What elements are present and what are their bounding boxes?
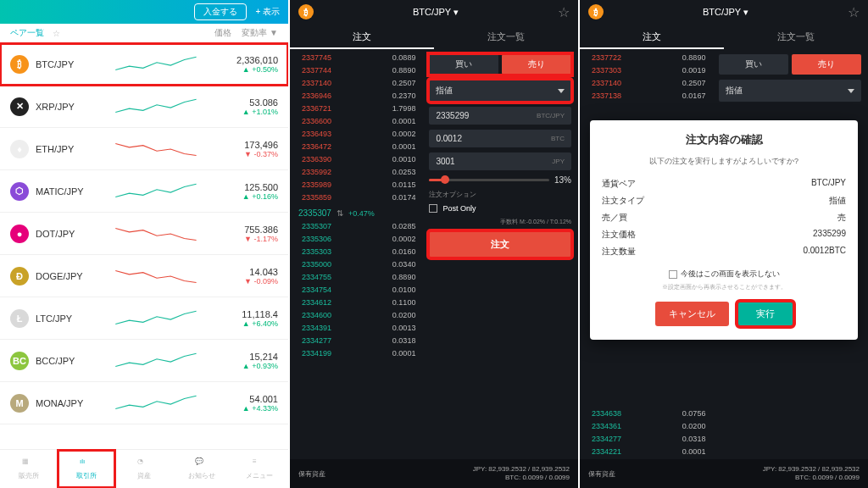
pair-symbol: LTC/JPY <box>36 313 95 324</box>
col-price: 価格 <box>214 27 231 39</box>
orderbook-row[interactable]: 23342770.0318 <box>290 336 422 348</box>
orderbook-row[interactable]: 23353070.0285 <box>290 221 422 234</box>
orderbook-row[interactable]: 23347550.8890 <box>290 272 422 285</box>
submit-order-button[interactable]: 注文 <box>429 231 571 258</box>
tab-order-list[interactable]: 注文一覧 <box>434 24 578 49</box>
pair-change: ▲ +0.50% <box>219 65 278 74</box>
orderbook-row[interactable]: 23371400.2507 <box>580 78 712 91</box>
pair-change: ▼ -0.37% <box>219 150 278 158</box>
orderbook-row[interactable]: 23369460.2370 <box>290 91 422 103</box>
orderbook-row[interactable]: 23377450.0889 <box>290 53 422 65</box>
orderbook-row[interactable]: 23353030.0160 <box>290 247 422 259</box>
tab-order-list[interactable]: 注文一覧 <box>724 24 868 49</box>
orderbook-row[interactable]: 23350000.0340 <box>290 259 422 272</box>
favorite-icon[interactable]: ☆ <box>848 4 860 20</box>
orderbook-row[interactable]: 23377440.8890 <box>290 65 422 78</box>
sparkline <box>95 138 219 160</box>
orderbook-row[interactable]: 23342210.0001 <box>580 446 712 459</box>
pair-selector[interactable]: BTC/JPY ▾ <box>703 7 748 18</box>
nav-item[interactable]: ◔資産 <box>115 450 173 488</box>
price-input[interactable]: 2335299BTC/JPY <box>429 107 571 125</box>
orderbook-row[interactable]: 23373030.0019 <box>580 65 712 78</box>
modal-row: 売／買売 <box>602 209 846 226</box>
amount-slider[interactable] <box>429 179 549 181</box>
orderbook-row[interactable]: 23341990.0001 <box>290 348 422 361</box>
orderbook-row[interactable]: 23347540.0100 <box>290 285 422 297</box>
orderbook-row[interactable]: 23371400.2507 <box>290 78 422 91</box>
buy-tab[interactable]: 買い <box>719 54 788 75</box>
pair-change: ▲ +0.16% <box>219 192 278 201</box>
modal-title: 注文内容の確認 <box>602 132 846 147</box>
order-type-select[interactable]: 指値 <box>719 80 861 102</box>
orderbook-row[interactable]: 23346000.0200 <box>290 310 422 323</box>
buy-sell-tabs: 買い 売り <box>429 54 571 75</box>
orderbook-row[interactable]: 23353060.0002 <box>290 234 422 247</box>
orderbook-row[interactable]: 23346120.1100 <box>290 297 422 310</box>
ltc-icon: Ł <box>10 309 29 328</box>
pair-symbol: BCC/JPY <box>36 356 95 366</box>
pair-price: 14.043 <box>219 267 278 277</box>
col-change[interactable]: 変動率 ▼ <box>242 27 278 39</box>
pair-selector[interactable]: BTC/JPY ▾ <box>413 7 459 18</box>
orderbook-row[interactable]: 23377220.8890 <box>580 53 712 65</box>
favorite-icon[interactable]: ☆ <box>558 4 570 20</box>
orderbook-row[interactable]: 23364720.0001 <box>290 141 422 154</box>
nav-item[interactable]: ılı取引所 <box>58 450 115 488</box>
footer-jpy: JPY: 82,939.2532 / 82,939.2532 <box>473 465 570 474</box>
pair-price: 53.086 <box>219 97 278 108</box>
nav-item[interactable]: ▦販売所 <box>0 450 58 488</box>
deposit-button[interactable]: 入金する <box>194 3 247 20</box>
dont-show-checkbox[interactable]: 今後はこの画面を表示しない <box>602 269 846 280</box>
chevron-down-icon <box>558 89 565 93</box>
orderbook-row[interactable]: 23366000.0001 <box>290 116 422 129</box>
orderbook-row[interactable]: 23343610.0200 <box>580 421 712 434</box>
confirm-panel: ₿ BTC/JPY ▾ ☆ 注文 注文一覧 23377220.889023373… <box>580 0 868 488</box>
pair-row[interactable]: M MONA/JPY 54.001 ▲ +4.33% <box>0 382 288 424</box>
execute-button[interactable]: 実行 <box>737 302 793 326</box>
footer-label: 保有資産 <box>588 469 615 479</box>
orderbook-row[interactable]: 23343910.0013 <box>290 323 422 336</box>
pair-row[interactable]: ₿ BTC/JPY 2,336,010 ▲ +0.50% <box>0 43 288 86</box>
pair-row[interactable]: ✕ XRP/JPY 53.086 ▲ +1.01% <box>0 86 288 128</box>
order-type-select[interactable]: 指値 <box>429 80 571 102</box>
pair-symbol: DOGE/JPY <box>36 271 95 281</box>
pair-tab[interactable]: ペア一覧 <box>10 27 44 39</box>
orderbook-row[interactable]: 23364930.0002 <box>290 129 422 141</box>
pair-row[interactable]: ⬡ MATIC/JPY 125.500 ▲ +0.16% <box>0 170 288 213</box>
pair-change: ▲ +1.01% <box>219 108 278 116</box>
post-only-checkbox[interactable]: Post Only <box>429 204 571 213</box>
orderbook-row[interactable]: 23358590.0174 <box>290 192 422 205</box>
orderbook-row[interactable]: 23371380.0167 <box>580 91 712 103</box>
modal-row: 通貨ペアBTC/JPY <box>602 175 846 192</box>
order-form: 買い 売り 指値 2335299BTC/JPY 0.0012BTC 3001JP… <box>422 49 578 459</box>
cancel-button[interactable]: キャンセル <box>655 302 729 326</box>
orderbook-row[interactable]: 23367211.7998 <box>290 103 422 116</box>
sell-tab[interactable]: 売り <box>502 54 571 75</box>
orderbook-row[interactable]: 23359920.0253 <box>290 167 422 180</box>
pair-symbol: ETH/JPY <box>36 144 95 154</box>
pair-row[interactable]: ♦ ETH/JPY 173,496 ▼ -0.37% <box>0 128 288 170</box>
sell-tab[interactable]: 売り <box>792 54 861 75</box>
nav-icon: 💬 <box>195 458 209 469</box>
pair-row[interactable]: ● DOT/JPY 755.386 ▼ -1.17% <box>0 213 288 255</box>
pair-row[interactable]: Ł LTC/JPY 11,118.4 ▲ +6.40% <box>0 297 288 340</box>
show-link[interactable]: + 表示 <box>255 6 280 18</box>
nav-item[interactable]: 💬お知らせ <box>173 450 231 488</box>
buy-tab[interactable]: 買い <box>429 54 498 75</box>
orderbook-row[interactable]: 23359890.0115 <box>290 180 422 192</box>
orderbook-row[interactable]: 23363900.0010 <box>290 154 422 167</box>
total-input[interactable]: 3001JPY <box>429 152 571 170</box>
pair-row[interactable]: Ð DOGE/JPY 14.043 ▼ -0.09% <box>0 255 288 297</box>
nav-item[interactable]: ≡メニュー <box>231 450 288 488</box>
favorites-tab-icon[interactable]: ☆ <box>53 29 60 38</box>
modal-row: 注文価格2335299 <box>602 226 846 243</box>
tab-order[interactable]: 注文 <box>580 24 724 49</box>
pair-change: ▲ +6.40% <box>219 319 278 328</box>
amount-input[interactable]: 0.0012BTC <box>429 130 571 147</box>
mid-change: +0.47% <box>348 209 375 218</box>
tab-order[interactable]: 注文 <box>290 24 434 49</box>
pair-row[interactable]: BC BCC/JPY 15,214 ▲ +0.93% <box>0 340 288 382</box>
orderbook-row[interactable]: 23342770.0318 <box>580 434 712 446</box>
orderbook-row[interactable]: 23346380.0756 <box>580 408 712 421</box>
btc-icon: ₿ <box>298 4 314 19</box>
